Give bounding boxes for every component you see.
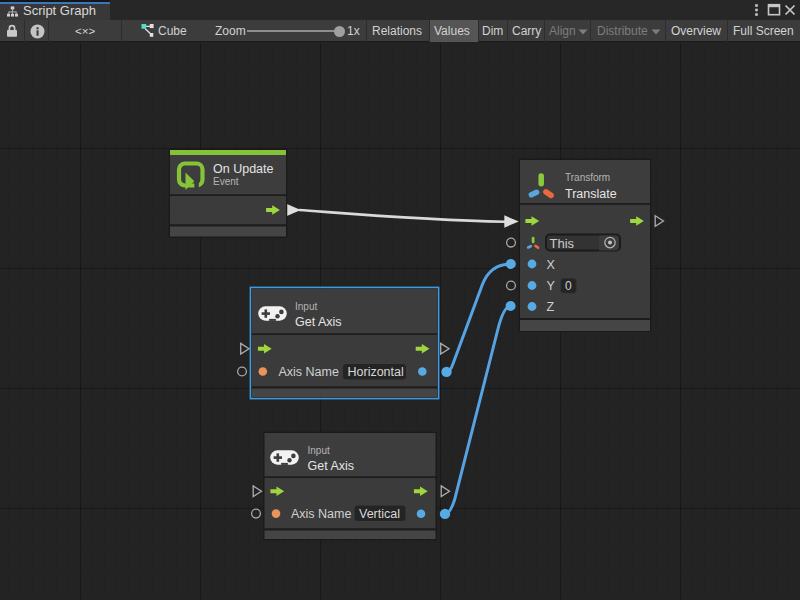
svg-text:X: X bbox=[547, 258, 556, 272]
svg-text:Get Axis: Get Axis bbox=[308, 459, 355, 473]
svg-text:Input: Input bbox=[295, 301, 317, 312]
svg-text:Translate: Translate bbox=[565, 187, 617, 201]
svg-text:Horizontal: Horizontal bbox=[348, 365, 404, 379]
svg-text:Y: Y bbox=[547, 279, 556, 293]
svg-text:This: This bbox=[550, 236, 575, 251]
svg-text:0: 0 bbox=[565, 279, 572, 293]
svg-text:Axis Name: Axis Name bbox=[279, 365, 339, 379]
svg-text:Transform: Transform bbox=[565, 172, 610, 183]
svg-text:Input: Input bbox=[308, 445, 330, 456]
svg-text:Get Axis: Get Axis bbox=[295, 315, 342, 329]
svg-text:Z: Z bbox=[547, 300, 555, 314]
svg-text:On Update: On Update bbox=[213, 162, 274, 176]
svg-text:Event: Event bbox=[213, 176, 239, 187]
svg-text:Axis Name: Axis Name bbox=[291, 507, 351, 521]
svg-text:Vertical: Vertical bbox=[359, 507, 400, 521]
